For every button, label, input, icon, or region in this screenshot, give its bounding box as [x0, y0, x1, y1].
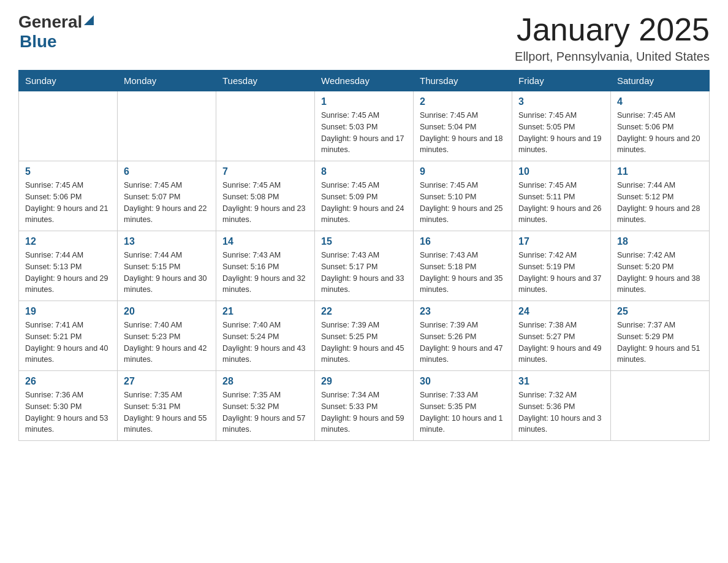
- page-header: General Blue January 2025 Ellport, Penns…: [18, 12, 710, 64]
- day-info: Sunrise: 7:33 AM Sunset: 5:35 PM Dayligh…: [420, 389, 506, 435]
- day-info: Sunrise: 7:36 AM Sunset: 5:30 PM Dayligh…: [25, 389, 111, 435]
- day-number: 26: [25, 376, 111, 387]
- day-info: Sunrise: 7:45 AM Sunset: 5:08 PM Dayligh…: [222, 180, 308, 226]
- day-info: Sunrise: 7:40 AM Sunset: 5:23 PM Dayligh…: [124, 320, 210, 366]
- calendar-cell: 6Sunrise: 7:45 AM Sunset: 5:07 PM Daylig…: [118, 161, 216, 231]
- day-info: Sunrise: 7:39 AM Sunset: 5:25 PM Dayligh…: [321, 320, 407, 366]
- day-number: 5: [25, 166, 111, 177]
- day-of-week-tuesday: Tuesday: [216, 71, 315, 91]
- calendar-cell: 4Sunrise: 7:45 AM Sunset: 5:06 PM Daylig…: [611, 91, 710, 161]
- day-number: 2: [420, 96, 506, 107]
- calendar-cell: 20Sunrise: 7:40 AM Sunset: 5:23 PM Dayli…: [118, 301, 216, 371]
- calendar-cell: 22Sunrise: 7:39 AM Sunset: 5:25 PM Dayli…: [315, 301, 414, 371]
- day-info: Sunrise: 7:35 AM Sunset: 5:32 PM Dayligh…: [222, 389, 308, 435]
- calendar-cell: 11Sunrise: 7:44 AM Sunset: 5:12 PM Dayli…: [611, 161, 710, 231]
- calendar-cell: 2Sunrise: 7:45 AM Sunset: 5:04 PM Daylig…: [414, 91, 512, 161]
- day-info: Sunrise: 7:32 AM Sunset: 5:36 PM Dayligh…: [518, 389, 604, 435]
- day-info: Sunrise: 7:45 AM Sunset: 5:04 PM Dayligh…: [420, 110, 506, 156]
- day-of-week-wednesday: Wednesday: [315, 71, 414, 91]
- calendar-cell: [118, 91, 216, 161]
- day-number: 4: [617, 96, 703, 107]
- calendar-cell: 31Sunrise: 7:32 AM Sunset: 5:36 PM Dayli…: [512, 371, 611, 441]
- day-info: Sunrise: 7:45 AM Sunset: 5:07 PM Dayligh…: [124, 180, 210, 226]
- calendar-cell: [216, 91, 315, 161]
- calendar-cell: 3Sunrise: 7:45 AM Sunset: 5:05 PM Daylig…: [512, 91, 611, 161]
- calendar-cell: [611, 371, 710, 441]
- day-number: 11: [617, 166, 703, 177]
- calendar-cell: 16Sunrise: 7:43 AM Sunset: 5:18 PM Dayli…: [414, 231, 512, 301]
- calendar-cell: 1Sunrise: 7:45 AM Sunset: 5:03 PM Daylig…: [315, 91, 414, 161]
- title-area: January 2025 Ellport, Pennsylvania, Unit…: [515, 12, 710, 64]
- location-subtitle: Ellport, Pennsylvania, United States: [515, 50, 710, 64]
- day-of-week-friday: Friday: [512, 71, 611, 91]
- calendar-week-5: 26Sunrise: 7:36 AM Sunset: 5:30 PM Dayli…: [19, 371, 710, 441]
- day-info: Sunrise: 7:43 AM Sunset: 5:18 PM Dayligh…: [420, 250, 506, 296]
- day-number: 19: [25, 306, 111, 317]
- day-number: 9: [420, 166, 506, 177]
- calendar-cell: 13Sunrise: 7:44 AM Sunset: 5:15 PM Dayli…: [118, 231, 216, 301]
- calendar-cell: 29Sunrise: 7:34 AM Sunset: 5:33 PM Dayli…: [315, 371, 414, 441]
- calendar-cell: 14Sunrise: 7:43 AM Sunset: 5:16 PM Dayli…: [216, 231, 315, 301]
- calendar-cell: 27Sunrise: 7:35 AM Sunset: 5:31 PM Dayli…: [118, 371, 216, 441]
- month-title: January 2025: [515, 12, 710, 47]
- day-number: 18: [617, 236, 703, 247]
- day-number: 15: [321, 236, 407, 247]
- day-info: Sunrise: 7:45 AM Sunset: 5:06 PM Dayligh…: [25, 180, 111, 226]
- day-number: 10: [518, 166, 604, 177]
- day-number: 3: [518, 96, 604, 107]
- day-info: Sunrise: 7:43 AM Sunset: 5:17 PM Dayligh…: [321, 250, 407, 296]
- calendar-table: SundayMondayTuesdayWednesdayThursdayFrid…: [18, 70, 710, 441]
- day-info: Sunrise: 7:44 AM Sunset: 5:12 PM Dayligh…: [617, 180, 703, 226]
- day-number: 29: [321, 376, 407, 387]
- calendar-cell: 18Sunrise: 7:42 AM Sunset: 5:20 PM Dayli…: [611, 231, 710, 301]
- calendar-cell: 21Sunrise: 7:40 AM Sunset: 5:24 PM Dayli…: [216, 301, 315, 371]
- day-of-week-sunday: Sunday: [19, 71, 118, 91]
- calendar-cell: 24Sunrise: 7:38 AM Sunset: 5:27 PM Dayli…: [512, 301, 611, 371]
- day-of-week-saturday: Saturday: [611, 71, 710, 91]
- day-info: Sunrise: 7:45 AM Sunset: 5:05 PM Dayligh…: [518, 110, 604, 156]
- calendar-cell: 8Sunrise: 7:45 AM Sunset: 5:09 PM Daylig…: [315, 161, 414, 231]
- calendar-cell: 15Sunrise: 7:43 AM Sunset: 5:17 PM Dayli…: [315, 231, 414, 301]
- calendar-week-4: 19Sunrise: 7:41 AM Sunset: 5:21 PM Dayli…: [19, 301, 710, 371]
- day-info: Sunrise: 7:43 AM Sunset: 5:16 PM Dayligh…: [222, 250, 308, 296]
- calendar-week-1: 1Sunrise: 7:45 AM Sunset: 5:03 PM Daylig…: [19, 91, 710, 161]
- calendar-cell: 19Sunrise: 7:41 AM Sunset: 5:21 PM Dayli…: [19, 301, 118, 371]
- day-number: 8: [321, 166, 407, 177]
- calendar-cell: 25Sunrise: 7:37 AM Sunset: 5:29 PM Dayli…: [611, 301, 710, 371]
- day-info: Sunrise: 7:45 AM Sunset: 5:03 PM Dayligh…: [321, 110, 407, 156]
- calendar-cell: 26Sunrise: 7:36 AM Sunset: 5:30 PM Dayli…: [19, 371, 118, 441]
- calendar-cell: 10Sunrise: 7:45 AM Sunset: 5:11 PM Dayli…: [512, 161, 611, 231]
- day-info: Sunrise: 7:42 AM Sunset: 5:19 PM Dayligh…: [518, 250, 604, 296]
- day-info: Sunrise: 7:40 AM Sunset: 5:24 PM Dayligh…: [222, 320, 308, 366]
- calendar-week-3: 12Sunrise: 7:44 AM Sunset: 5:13 PM Dayli…: [19, 231, 710, 301]
- day-info: Sunrise: 7:35 AM Sunset: 5:31 PM Dayligh…: [124, 389, 210, 435]
- day-number: 7: [222, 166, 308, 177]
- day-info: Sunrise: 7:41 AM Sunset: 5:21 PM Dayligh…: [25, 320, 111, 366]
- logo-triangle-icon: [84, 15, 94, 25]
- day-of-week-thursday: Thursday: [414, 71, 512, 91]
- day-info: Sunrise: 7:42 AM Sunset: 5:20 PM Dayligh…: [617, 250, 703, 296]
- day-number: 14: [222, 236, 308, 247]
- day-number: 17: [518, 236, 604, 247]
- day-info: Sunrise: 7:45 AM Sunset: 5:06 PM Dayligh…: [617, 110, 703, 156]
- day-info: Sunrise: 7:34 AM Sunset: 5:33 PM Dayligh…: [321, 389, 407, 435]
- logo-blue-text: Blue: [20, 32, 94, 52]
- calendar-cell: 17Sunrise: 7:42 AM Sunset: 5:19 PM Dayli…: [512, 231, 611, 301]
- day-number: 16: [420, 236, 506, 247]
- calendar-cell: 5Sunrise: 7:45 AM Sunset: 5:06 PM Daylig…: [19, 161, 118, 231]
- day-info: Sunrise: 7:44 AM Sunset: 5:13 PM Dayligh…: [25, 250, 111, 296]
- calendar-cell: 7Sunrise: 7:45 AM Sunset: 5:08 PM Daylig…: [216, 161, 315, 231]
- calendar-cell: 12Sunrise: 7:44 AM Sunset: 5:13 PM Dayli…: [19, 231, 118, 301]
- day-number: 22: [321, 306, 407, 317]
- day-info: Sunrise: 7:44 AM Sunset: 5:15 PM Dayligh…: [124, 250, 210, 296]
- calendar-week-2: 5Sunrise: 7:45 AM Sunset: 5:06 PM Daylig…: [19, 161, 710, 231]
- day-number: 6: [124, 166, 210, 177]
- day-number: 20: [124, 306, 210, 317]
- calendar-cell: 28Sunrise: 7:35 AM Sunset: 5:32 PM Dayli…: [216, 371, 315, 441]
- day-of-week-monday: Monday: [118, 71, 216, 91]
- day-number: 1: [321, 96, 407, 107]
- day-number: 12: [25, 236, 111, 247]
- day-info: Sunrise: 7:37 AM Sunset: 5:29 PM Dayligh…: [617, 320, 703, 366]
- calendar-cell: 9Sunrise: 7:45 AM Sunset: 5:10 PM Daylig…: [414, 161, 512, 231]
- logo: General Blue: [18, 12, 94, 52]
